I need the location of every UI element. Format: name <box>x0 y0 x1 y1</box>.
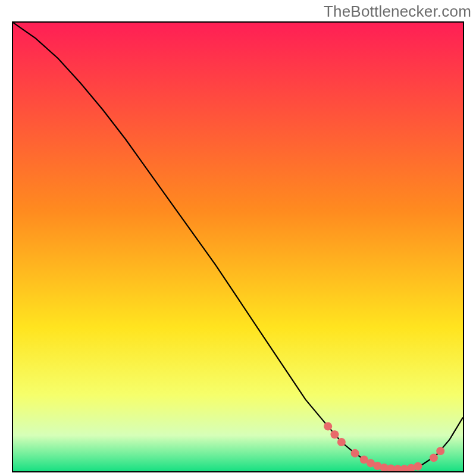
curve-marker <box>337 438 346 446</box>
curve-marker <box>414 462 422 471</box>
chart-svg <box>13 23 463 471</box>
gradient-background <box>13 23 463 471</box>
curve-marker <box>351 449 359 458</box>
curve-marker <box>324 422 332 431</box>
watermark-text: TheBottlenecker.com <box>324 2 471 21</box>
curve-marker <box>436 447 444 455</box>
curve-marker <box>430 453 438 462</box>
chart-frame: TheBottlenecker.com <box>0 0 476 476</box>
curve-marker <box>331 430 339 439</box>
plot-area <box>12 21 464 472</box>
